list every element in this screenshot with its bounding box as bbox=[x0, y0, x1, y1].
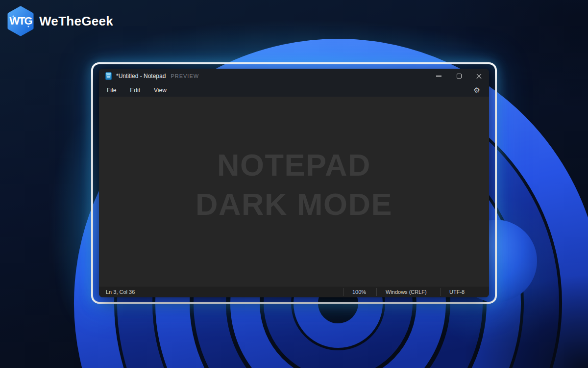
minimize-icon bbox=[436, 76, 441, 76]
minimize-button[interactable] bbox=[429, 69, 449, 83]
status-bar: Ln 3, Col 36 100% Windows (CRLF) UTF-8 bbox=[99, 286, 489, 297]
menu-item-edit[interactable]: Edit bbox=[123, 85, 147, 96]
maximize-button[interactable] bbox=[449, 69, 469, 83]
logo-monogram: WTG bbox=[9, 15, 32, 27]
notepad-app-icon bbox=[105, 72, 112, 80]
site-logo: WTG WeTheGeek bbox=[7, 6, 113, 36]
menu-item-file[interactable]: File bbox=[100, 85, 123, 96]
preview-badge: PREVIEW bbox=[171, 73, 199, 79]
text-editor-area[interactable]: NOTEPAD DARK MODE bbox=[99, 97, 489, 286]
settings-gear-icon[interactable]: ⚙ bbox=[469, 85, 485, 95]
watermark-line-2: DARK MODE bbox=[196, 184, 392, 224]
logo-text: WeTheGeek bbox=[39, 14, 113, 29]
title-bar[interactable]: *Untitled - Notepad PREVIEW bbox=[99, 69, 489, 83]
zoom-level: 100% bbox=[343, 288, 376, 295]
window-title: *Untitled - Notepad bbox=[116, 73, 166, 79]
caption-controls bbox=[429, 69, 489, 83]
encoding: UTF-8 bbox=[440, 288, 489, 295]
menu-bar: File Edit View ⚙ bbox=[99, 83, 489, 97]
notepad-window: *Untitled - Notepad PREVIEW File Edit Vi… bbox=[99, 69, 489, 297]
close-icon bbox=[476, 73, 482, 79]
close-button[interactable] bbox=[469, 69, 489, 83]
menu-item-view[interactable]: View bbox=[147, 85, 173, 96]
maximize-icon bbox=[457, 74, 462, 79]
wtg-hexagon-icon: WTG bbox=[7, 6, 34, 36]
line-ending: Windows (CRLF) bbox=[376, 288, 440, 295]
cursor-position: Ln 3, Col 36 bbox=[99, 289, 343, 295]
watermark-line-1: NOTEPAD bbox=[196, 145, 392, 184]
watermark-text: NOTEPAD DARK MODE bbox=[196, 145, 392, 224]
